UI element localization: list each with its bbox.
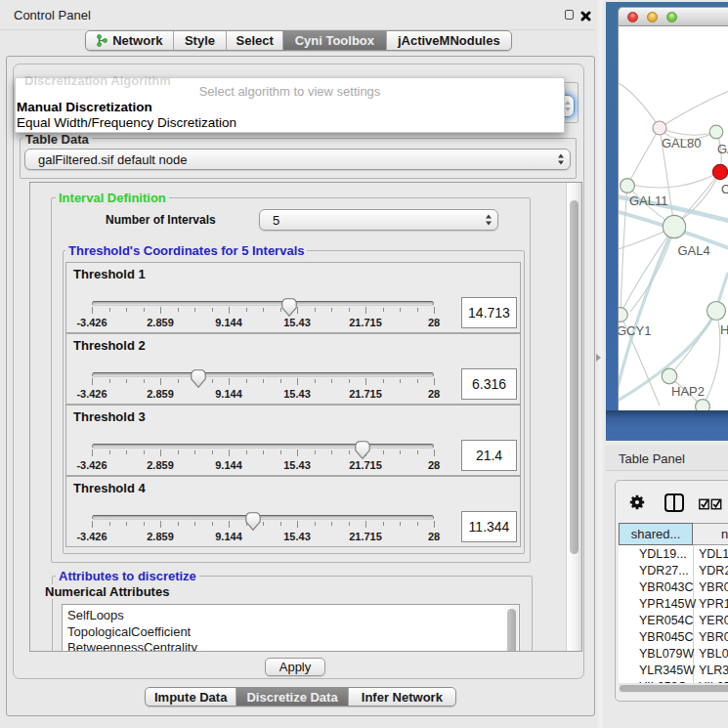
svg-text:GA: GA [717, 142, 728, 156]
svg-text:GAL11: GAL11 [629, 193, 668, 208]
svg-text:C: C [721, 182, 728, 196]
svg-text:HAP2: HAP2 [671, 384, 705, 399]
svg-text:GAL4: GAL4 [678, 243, 710, 258]
svg-text:H: H [720, 322, 728, 337]
svg-text:GCY1: GCY1 [619, 323, 651, 338]
svg-text:GAL80: GAL80 [662, 136, 701, 150]
